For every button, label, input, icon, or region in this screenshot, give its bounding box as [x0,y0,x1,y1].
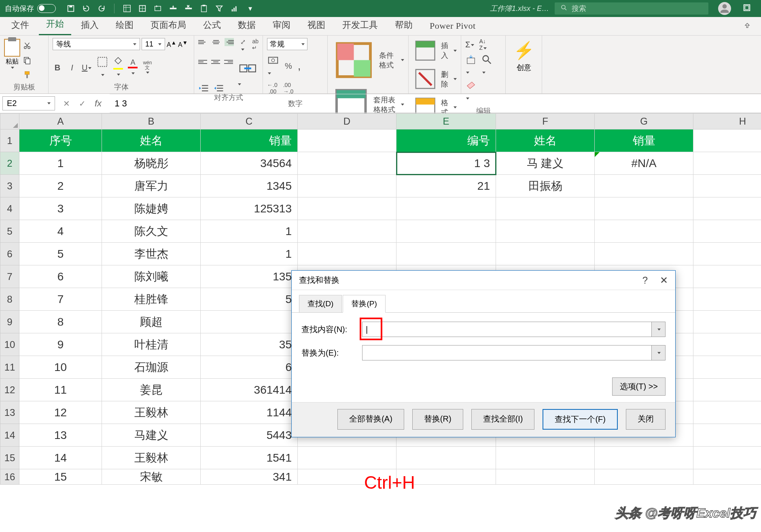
column-header-G[interactable]: G [595,113,693,129]
find-input-dropdown-icon[interactable] [652,322,666,337]
tab-file[interactable]: 文件 [4,15,36,35]
column-header-C[interactable]: C [201,113,298,129]
font-size-select[interactable]: 11 [142,38,165,50]
align-top-center-icon[interactable] [212,38,221,46]
replace-input-dropdown-icon[interactable] [652,345,666,360]
cell-H7[interactable] [693,265,761,288]
comma-icon[interactable]: , [298,59,301,72]
select-all-corner[interactable] [0,113,19,129]
cell-A9[interactable]: 8 [19,311,102,333]
cell-F1[interactable]: 姓名 [496,129,595,152]
cell-F3[interactable]: 田振杨 [496,175,595,197]
cell-B13[interactable]: 王毅林 [102,401,201,424]
cell-E15[interactable] [396,447,496,469]
cell-G3[interactable] [595,175,693,197]
autosum-icon[interactable]: Σ [465,40,474,49]
ideas-icon[interactable]: ⚡ [510,40,538,60]
cell-H4[interactable] [693,197,761,220]
tab-draw[interactable]: 绘图 [108,15,141,35]
paste-icon[interactable] [199,4,208,13]
column-header-A[interactable]: A [19,113,102,129]
increase-indent-icon[interactable] [213,84,224,93]
row-header-10[interactable]: 10 [0,333,19,356]
merge-cells-icon[interactable] [237,58,259,79]
row-header-16[interactable]: 16 [0,469,19,485]
row-header-3[interactable]: 3 [0,175,19,197]
currency-icon[interactable] [267,54,279,78]
cell-A5[interactable]: 4 [19,220,102,243]
tab-help[interactable]: 帮助 [388,15,420,35]
cell-C6[interactable]: 1 [201,243,298,265]
autosave-switch-icon[interactable] [37,4,56,13]
cell-D3[interactable] [298,175,396,197]
qat-more-icon[interactable]: ▾ [246,4,254,13]
row-header-7[interactable]: 7 [0,265,19,288]
cell-H12[interactable] [693,379,761,401]
tab-developer[interactable]: 开发工具 [335,15,385,35]
column-header-F[interactable]: F [496,113,595,129]
cell-E6[interactable] [396,243,496,265]
cell-A13[interactable]: 12 [19,401,102,424]
find-next-button[interactable]: 查找下一个(F) [543,409,618,430]
cell-C12[interactable]: 361414 [201,379,298,401]
row-header-9[interactable]: 9 [0,311,19,333]
increase-decimal-icon[interactable]: ←.0 .00 [267,82,278,95]
cell-A6[interactable]: 5 [19,243,102,265]
column-header-B[interactable]: B [102,113,201,129]
cell-C5[interactable]: 1 [201,220,298,243]
font-color-button[interactable]: A [128,57,138,78]
cell-G15[interactable] [595,447,693,469]
cell-F6[interactable] [496,243,595,265]
cell-C15[interactable]: 1541 [201,447,298,469]
cell-A4[interactable]: 3 [19,197,102,220]
cell-C1[interactable]: 销量 [201,129,298,152]
fill-color-button[interactable] [113,56,123,79]
cell-D1[interactable] [298,129,396,152]
cell-H5[interactable] [693,220,761,243]
align-top-left-icon[interactable] [198,38,208,46]
border-icon[interactable] [138,4,147,13]
cell-H10[interactable] [693,333,761,356]
cell-E1[interactable]: 编号 [396,129,496,152]
tab-view[interactable]: 视图 [300,15,333,35]
row-header-15[interactable]: 15 [0,447,19,469]
save-icon[interactable] [66,4,75,13]
cell-B2[interactable]: 杨晓彤 [102,152,201,175]
freeze-icon[interactable] [123,4,131,13]
cell-H15[interactable] [693,447,761,469]
cell-E2[interactable]: 1 3 [396,152,496,175]
find-select-icon[interactable] [481,54,493,77]
cell-B6[interactable]: 李世杰 [102,243,201,265]
dialog-help-icon[interactable]: ? [642,275,648,286]
number-format-select[interactable]: 常规 [267,38,307,50]
row-header-4[interactable]: 4 [0,197,19,220]
cell-G16[interactable] [595,469,693,485]
cell-F5[interactable] [496,220,595,243]
cell-H8[interactable] [693,288,761,311]
name-box[interactable]: E2 [2,96,55,110]
orientation-icon[interactable]: ⤢ [240,38,248,53]
cell-H1[interactable] [693,129,761,152]
cell-G4[interactable] [595,197,693,220]
cell-B12[interactable]: 姜昆 [102,379,201,401]
cell-B1[interactable]: 姓名 [102,129,201,152]
cell-D15[interactable] [298,447,396,469]
repeat-icon[interactable] [153,4,162,13]
cell-C16[interactable]: 341 [201,469,298,485]
replace-all-button[interactable]: 全部替换(A) [337,409,404,430]
cell-A10[interactable]: 9 [19,333,102,356]
user-avatar-icon[interactable] [718,2,731,15]
cell-D2[interactable] [298,152,396,175]
cell-D4[interactable] [298,197,396,220]
increase-font-icon[interactable]: A▲ [167,40,176,49]
tab-data[interactable]: 数据 [231,15,263,35]
cell-A8[interactable]: 7 [19,288,102,311]
cell-H6[interactable] [693,243,761,265]
bold-button[interactable]: B [53,63,62,72]
cell-A11[interactable]: 10 [19,356,102,379]
row-header-11[interactable]: 11 [0,356,19,379]
replace-button[interactable]: 替换(R) [412,409,463,430]
cell-A7[interactable]: 6 [19,265,102,288]
tab-home[interactable]: 开始 [39,14,71,35]
cut-icon[interactable] [23,40,32,51]
